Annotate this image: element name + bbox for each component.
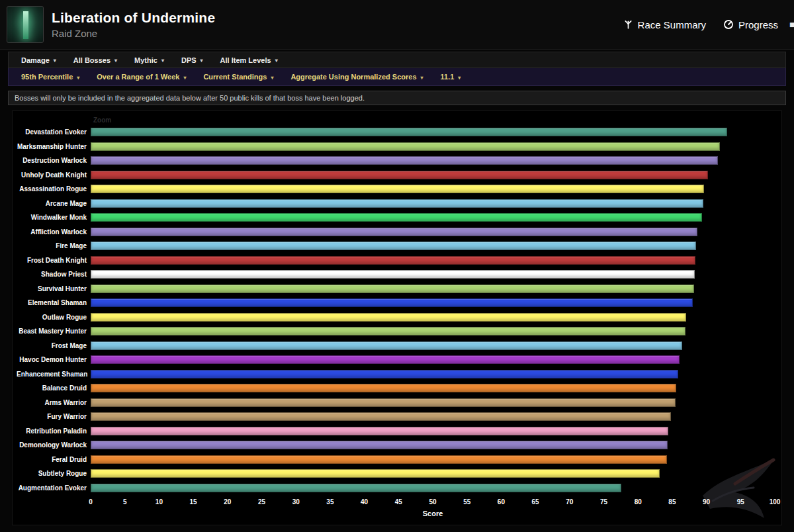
score-bar[interactable]	[91, 298, 693, 307]
spec-label[interactable]: Outlaw Rogue	[17, 314, 91, 321]
score-bar[interactable]	[91, 213, 702, 222]
score-bar[interactable]	[91, 341, 682, 350]
score-bar[interactable]	[91, 142, 720, 151]
score-bar[interactable]	[91, 313, 686, 322]
spec-label[interactable]: Frost Death Knight	[17, 257, 91, 264]
chart-row-destruction-warlock: Destruction Warlock	[17, 154, 775, 168]
score-bar[interactable]	[91, 285, 694, 293]
bar-area	[91, 441, 775, 449]
chart-row-outlaw-rogue: Outlaw Rogue	[17, 310, 775, 325]
spec-label[interactable]: Balance Druid	[17, 384, 91, 392]
axis-tick-label: 95	[737, 498, 744, 506]
bar-area	[91, 355, 775, 364]
spec-label[interactable]: Arcane Mage	[17, 200, 91, 207]
bar-area	[91, 341, 775, 350]
spec-label[interactable]: Feral Druid	[17, 456, 91, 463]
bar-area	[91, 256, 775, 265]
bar-area	[91, 142, 775, 151]
spec-label[interactable]: Affliction Warlock	[17, 228, 91, 236]
filter-all-bosses-dropdown[interactable]: All Bosses▾	[65, 52, 126, 67]
score-bar[interactable]	[91, 270, 695, 279]
spec-label[interactable]: Shadow Priest	[17, 271, 91, 278]
chart-row-augmentation-evoker: Augmentation Evoker	[17, 481, 775, 496]
bar-area	[91, 469, 775, 478]
spec-label[interactable]: Marksmanship Hunter	[17, 143, 91, 150]
dropdown-label: All Bosses	[73, 56, 110, 64]
chart-row-demonology-warlock: Demonology Warlock	[17, 438, 775, 453]
boss-inclusion-notice: Bosses will only be included in the aggr…	[8, 91, 786, 105]
axis-tick-label: 75	[600, 498, 607, 506]
score-bar[interactable]	[91, 370, 678, 378]
spec-label[interactable]: Augmentation Evoker	[17, 484, 91, 492]
score-bar[interactable]	[91, 242, 696, 250]
score-bar[interactable]	[91, 469, 660, 478]
zoom-control-label[interactable]: Zoom	[93, 115, 775, 125]
score-bar[interactable]	[91, 199, 703, 208]
chart-row-beast-mastery-hunter: Beast Mastery Hunter	[17, 324, 775, 339]
spec-label[interactable]: Enhancement Shaman	[17, 371, 91, 378]
axis-tick-label: 20	[224, 498, 231, 506]
header-nav: Race Summary Progress	[623, 19, 787, 30]
spec-label[interactable]: Devastation Evoker	[17, 128, 91, 136]
score-bar[interactable]	[91, 427, 668, 435]
filter-dps-dropdown[interactable]: DPS▾	[173, 52, 212, 67]
chart-row-elemental-shaman: Elemental Shaman	[17, 296, 775, 310]
nav-race-summary[interactable]: Race Summary	[623, 19, 706, 30]
score-bar[interactable]	[91, 355, 680, 364]
score-bar[interactable]	[91, 128, 727, 136]
bar-area	[91, 484, 775, 492]
spec-label[interactable]: Demonology Warlock	[17, 441, 91, 449]
axis-tick-label: 30	[292, 498, 300, 506]
score-bar[interactable]	[91, 185, 704, 193]
chart-row-frost-mage: Frost Mage	[17, 339, 775, 353]
score-bar[interactable]	[91, 384, 676, 392]
spec-label[interactable]: Frost Mage	[17, 342, 91, 349]
filter-aggregate-using-normalized-scores-dropdown[interactable]: Aggregate Using Normalized Scores▾	[282, 68, 431, 85]
spec-label[interactable]: Retribution Paladin	[17, 427, 91, 435]
bar-area	[91, 327, 775, 335]
chevron-down-icon: ▾	[271, 75, 273, 81]
app-header: Liberation of Undermine Raid Zone Race S…	[0, 0, 794, 50]
filter-mythic-dropdown[interactable]: Mythic▾	[126, 52, 173, 67]
chevron-down-icon: ▾	[77, 75, 79, 81]
score-bar[interactable]	[91, 327, 685, 335]
axis-tick-label: 35	[326, 498, 333, 506]
filter-over-a-range-of-1-week-dropdown[interactable]: Over a Range of 1 Week▾	[88, 68, 195, 85]
nav-clipped-item[interactable]: ■	[789, 19, 794, 30]
spec-label[interactable]: Fire Mage	[17, 242, 91, 249]
score-bar[interactable]	[91, 455, 667, 464]
primary-filter-bar: Damage▾All Bosses▾Mythic▾DPS▾All Item Le…	[8, 52, 786, 68]
filter-95th-percentile-dropdown[interactable]: 95th Percentile▾	[13, 68, 88, 85]
score-bar[interactable]	[91, 412, 671, 421]
spec-label[interactable]: Destruction Warlock	[17, 157, 91, 164]
spec-label[interactable]: Subtlety Rogue	[17, 470, 91, 477]
spec-label[interactable]: Survival Hunter	[17, 285, 91, 292]
spec-label[interactable]: Unholy Death Knight	[17, 171, 91, 179]
spec-label[interactable]: Assassination Rogue	[17, 185, 91, 193]
axis-tick-label: 60	[498, 498, 505, 506]
spec-label[interactable]: Havoc Demon Hunter	[17, 356, 91, 363]
dropdown-label: 95th Percentile	[21, 73, 73, 81]
score-bar[interactable]	[91, 156, 718, 165]
spec-label[interactable]: Windwalker Monk	[17, 214, 91, 221]
score-bar[interactable]	[91, 398, 676, 407]
filter-11-1-dropdown[interactable]: 11.1▾	[432, 68, 470, 85]
nav-progress[interactable]: Progress	[723, 19, 778, 30]
score-bar[interactable]	[91, 171, 708, 179]
score-bar[interactable]	[91, 228, 697, 236]
dropdown-label: Current Standings	[203, 73, 267, 81]
score-bar[interactable]	[91, 441, 668, 449]
spec-label[interactable]: Fury Warrior	[17, 413, 91, 420]
filter-all-item-levels-dropdown[interactable]: All Item Levels▾	[212, 52, 287, 67]
spec-label[interactable]: Arms Warrior	[17, 399, 91, 406]
spec-label[interactable]: Beast Mastery Hunter	[17, 328, 91, 335]
chart-row-arcane-mage: Arcane Mage	[17, 197, 775, 211]
bar-area	[91, 228, 775, 236]
score-bar[interactable]	[91, 484, 621, 492]
filter-current-standings-dropdown[interactable]: Current Standings▾	[195, 68, 282, 85]
score-bar[interactable]	[91, 256, 695, 265]
bar-area	[91, 455, 775, 464]
spec-label[interactable]: Elemental Shaman	[17, 299, 91, 306]
filter-damage-dropdown[interactable]: Damage▾	[13, 52, 65, 67]
nav-race-summary-label: Race Summary	[638, 19, 706, 30]
